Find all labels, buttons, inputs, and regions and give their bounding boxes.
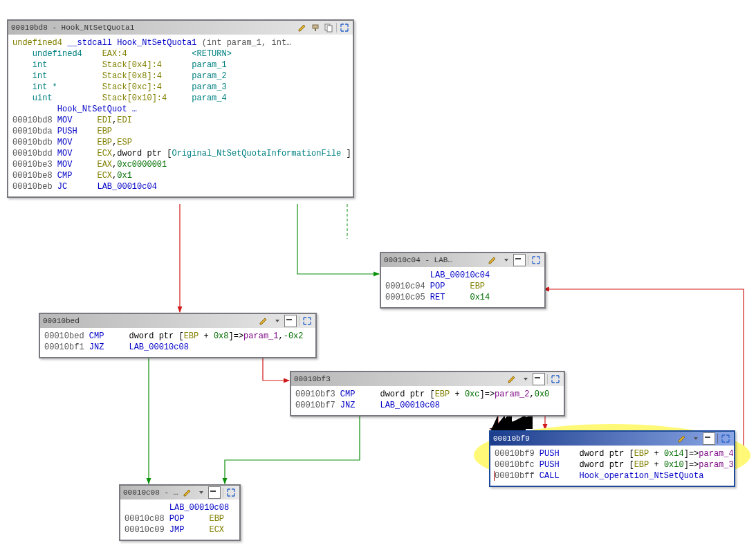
edit-icon[interactable]	[676, 433, 688, 444]
block-title-icons[interactable]	[297, 22, 350, 33]
fullscreen-icon[interactable]	[531, 255, 542, 266]
fullscreen-icon[interactable]	[720, 433, 731, 444]
block-title-label: 00010c04 - LAB…	[384, 256, 487, 264]
block-00010c08[interactable]: 00010c08 - LAB… .........LAB_00010c08 00…	[119, 484, 241, 541]
svg-rect-0	[313, 25, 318, 28]
instr-row: 00010bdd MOV ECX,dword ptr [Original_NtS…	[12, 148, 349, 159]
block-title-label: 00010bf3	[294, 375, 506, 383]
instr-row: 00010beb JC LAB_00010c04	[12, 181, 349, 192]
block-title-label: 00010bf9	[493, 434, 676, 443]
instr-row: 00010bf3 CMP dword ptr [EBP + 0xc]=>para…	[295, 389, 560, 400]
instr-row: 00010c09 JMP ECX	[125, 524, 235, 535]
block-title-icons[interactable]	[258, 315, 313, 327]
fullscreen-icon[interactable]	[302, 315, 313, 327]
param-row: ....int Stack[0x8]:4 param_2	[12, 71, 349, 82]
instr-row: 00010bff CALL Hook_operation_NtSetQuota	[495, 470, 730, 482]
instr-row: 00010c04 POP EBP	[385, 281, 540, 292]
instr-row: 00010bda PUSH EBP	[12, 126, 349, 137]
block-title-icons[interactable]	[487, 254, 542, 266]
dropdown-icon[interactable]	[195, 487, 206, 498]
dropdown-icon[interactable]	[271, 315, 282, 327]
instr-row: 00010bdb MOV EBP,ESP	[12, 137, 349, 148]
checkbox-icon[interactable]	[533, 373, 545, 385]
block-00010c04[interactable]: 00010c04 - LAB… .........LAB_00010c04 00…	[380, 252, 546, 309]
block-00010bed[interactable]: 00010bed 00010bed CMP dword ptr [EBP + 0…	[39, 313, 317, 358]
instr-row: 00010c08 POP EBP	[125, 513, 235, 524]
block-body: undefined4 __stdcall Hook_NtSetQuota1 (i…	[8, 35, 353, 196]
block-title[interactable]: 00010bf9	[490, 432, 734, 446]
param-row: ....int Stack[0x4]:4 param_1	[12, 59, 349, 71]
block-body: 00010bed CMP dword ptr [EBP + 0x8]=>para…	[40, 328, 315, 357]
instr-row: 00010bd8 MOV EDI,EDI	[12, 115, 349, 126]
instr-row: 00010bf7 JNZ LAB_00010c08	[295, 400, 560, 411]
instr-row: 00010c05 RET 0x14	[385, 292, 540, 303]
block-body: .........LAB_00010c04 00010c04 POP EBP 0…	[381, 267, 544, 307]
block-title-icons[interactable]	[676, 432, 731, 445]
block-body: .........LAB_00010c08 00010c08 POP EBP 0…	[120, 499, 239, 540]
block-title-label: 00010bed	[43, 317, 258, 325]
instr-row: 00010bfc PUSH dword ptr [EBP + 0x10]=>pa…	[495, 459, 730, 470]
dropdown-icon[interactable]	[500, 255, 511, 266]
block-title-label: 00010c08 - LAB…	[123, 488, 182, 497]
block-00010bf3[interactable]: 00010bf3 00010bf3 CMP dword ptr [EBP + 0…	[290, 371, 565, 416]
spacer	[299, 316, 299, 326]
svg-rect-1	[315, 28, 316, 31]
fullscreen-icon[interactable]	[339, 22, 350, 33]
spacer	[223, 488, 223, 497]
edit-icon[interactable]	[487, 255, 498, 266]
dropdown-icon[interactable]	[690, 433, 701, 444]
edit-icon[interactable]	[258, 315, 269, 327]
block-body: 00010bf9 PUSH dword ptr [EBP + 0x14]=>pa…	[490, 446, 734, 486]
instr-row: 00010be3 MOV EAX,0xc0000001	[12, 159, 349, 170]
block-title[interactable]: 00010bed	[40, 314, 315, 328]
block-00010bf9[interactable]: 00010bf9 00010bf9 PUSH dword ptr [EBP + …	[489, 430, 735, 487]
function-signature: undefined4 __stdcall Hook_NtSetQuota1 (i…	[12, 37, 349, 48]
spacer	[547, 374, 548, 384]
checkbox-icon[interactable]	[208, 486, 221, 499]
block-title-icons[interactable]	[506, 373, 561, 385]
edit-icon[interactable]	[182, 487, 193, 498]
block-title[interactable]: 00010bd8 - Hook_NtSetQuota1	[8, 21, 353, 35]
checkbox-icon[interactable]	[284, 315, 297, 327]
block-body: 00010bf3 CMP dword ptr [EBP + 0xc]=>para…	[291, 386, 564, 415]
instr-row: 00010bed CMP dword ptr [EBP + 0x8]=>para…	[44, 331, 311, 342]
param-row: ....undefined4 EAX:4 <RETURN>	[12, 48, 349, 59]
spacer	[717, 434, 718, 443]
block-title[interactable]: 00010bf3	[291, 372, 564, 386]
label-row: .........LAB_00010c04	[385, 270, 540, 281]
param-row: ....uint Stack[0x10]:4 param_4	[12, 93, 349, 104]
block-title[interactable]: 00010c08 - LAB…	[120, 486, 239, 499]
fullscreen-icon[interactable]	[550, 374, 561, 385]
dropdown-icon[interactable]	[519, 374, 531, 385]
instr-row: 00010be8 CMP ECX,0x1	[12, 170, 349, 181]
param-row: ....int * Stack[0xc]:4 param_3	[12, 82, 349, 93]
edit-icon[interactable]	[297, 22, 308, 33]
block-title-icons[interactable]	[182, 486, 237, 499]
checkbox-icon[interactable]	[703, 432, 715, 445]
spacer	[528, 255, 528, 265]
pin-icon[interactable]	[310, 22, 321, 33]
instr-row: 00010bf1 JNZ LAB_00010c08	[44, 342, 311, 353]
spacer	[336, 23, 337, 33]
func-label: .........Hook_NtSetQuot …	[12, 104, 349, 115]
fullscreen-icon[interactable]	[225, 487, 237, 498]
svg-rect-3	[327, 26, 332, 32]
block-title-label: 00010bd8 - Hook_NtSetQuota1	[11, 24, 297, 32]
block-title[interactable]: 00010c04 - LAB…	[381, 253, 544, 267]
checkbox-icon[interactable]	[513, 254, 526, 266]
block-00010bd8[interactable]: 00010bd8 - Hook_NtSetQuota1 undefined4 _…	[7, 19, 354, 198]
copy-icon[interactable]	[323, 22, 334, 33]
edit-icon[interactable]	[506, 374, 517, 385]
label-row: .........LAB_00010c08	[125, 502, 235, 513]
instr-row: 00010bf9 PUSH dword ptr [EBP + 0x14]=>pa…	[495, 448, 730, 459]
